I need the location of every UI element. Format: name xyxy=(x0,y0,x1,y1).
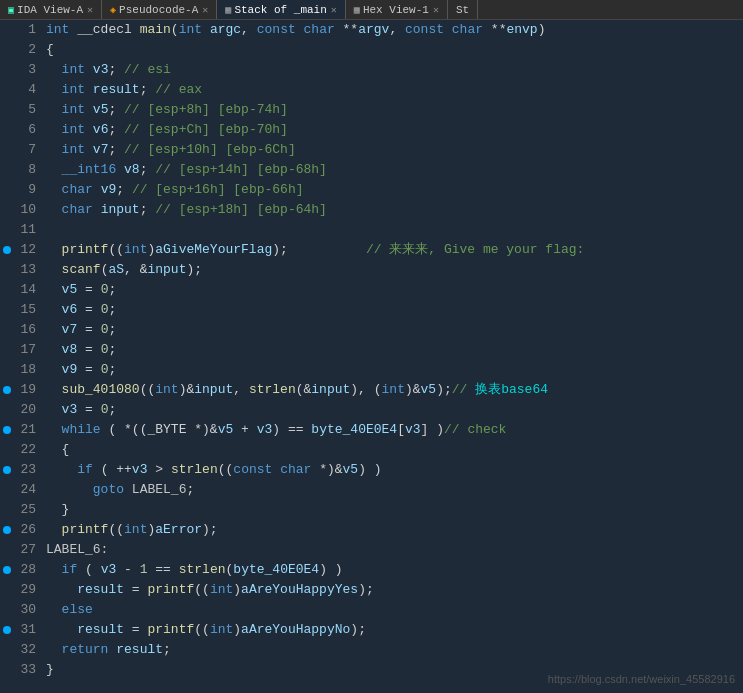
table-row: 1 int __cdecl main(int argc, const char … xyxy=(0,20,743,40)
line-num-5: 5 xyxy=(14,100,42,120)
tab-pseudo-label: Pseudocode-A xyxy=(119,4,198,16)
line-code-1: int __cdecl main(int argc, const char **… xyxy=(42,20,743,40)
tab-ida-view[interactable]: ▣ IDA View-A ✕ xyxy=(0,0,102,20)
line-num-25: 25 xyxy=(14,500,42,520)
table-row: 3 int v3; // esi xyxy=(0,60,743,80)
line-num-23: 23 xyxy=(14,460,42,480)
line-dot-23 xyxy=(0,460,14,480)
line-code-26: printf((int)aError); xyxy=(42,520,743,540)
line-code-25: } xyxy=(42,500,743,520)
table-row: 20 v3 = 0; xyxy=(0,400,743,420)
table-row: 9 char v9; // [esp+16h] [ebp-66h] xyxy=(0,180,743,200)
line-num-22: 22 xyxy=(14,440,42,460)
table-row: 19 sub_401080((int)&input, strlen(&input… xyxy=(0,380,743,400)
tab-hex-label: Hex View-1 xyxy=(363,4,429,16)
table-row: 10 char input; // [esp+18h] [ebp-64h] xyxy=(0,200,743,220)
tab-hex-view[interactable]: ▦ Hex View-1 ✕ xyxy=(346,0,448,20)
tab-pseudocode[interactable]: ◈ Pseudocode-A ✕ xyxy=(102,0,217,20)
line-dot-6 xyxy=(0,120,14,140)
line-num-8: 8 xyxy=(14,160,42,180)
line-code-17: v8 = 0; xyxy=(42,340,743,360)
line-code-29: result = printf((int)aAreYouHappyYes); xyxy=(42,580,743,600)
line-num-32: 32 xyxy=(14,640,42,660)
line-dot-28 xyxy=(0,560,14,580)
table-row: 24 goto LABEL_6; xyxy=(0,480,743,500)
line-num-3: 3 xyxy=(14,60,42,80)
tab-pseudo-icon: ◈ xyxy=(110,4,116,16)
line-dot-16 xyxy=(0,320,14,340)
line-code-12: printf((int)aGiveMeYourFlag); // 来来来, Gi… xyxy=(42,240,743,260)
line-num-30: 30 xyxy=(14,600,42,620)
line-dot-9 xyxy=(0,180,14,200)
line-num-1: 1 xyxy=(14,20,42,40)
table-row: 12 printf((int)aGiveMeYourFlag); // 来来来,… xyxy=(0,240,743,260)
table-row: 2 { xyxy=(0,40,743,60)
tab-st-label: St xyxy=(456,4,469,16)
line-num-12: 12 xyxy=(14,240,42,260)
table-row: 15 v6 = 0; xyxy=(0,300,743,320)
line-num-4: 4 xyxy=(14,80,42,100)
line-num-14: 14 xyxy=(14,280,42,300)
line-num-20: 20 xyxy=(14,400,42,420)
line-code-6: int v6; // [esp+Ch] [ebp-70h] xyxy=(42,120,743,140)
table-row: 25 } xyxy=(0,500,743,520)
table-row: 7 int v7; // [esp+10h] [ebp-6Ch] xyxy=(0,140,743,160)
tab-hex-close[interactable]: ✕ xyxy=(433,4,439,16)
tab-stack-label: Stack of _main xyxy=(234,4,326,16)
line-num-17: 17 xyxy=(14,340,42,360)
line-num-29: 29 xyxy=(14,580,42,600)
table-row: 28 if ( v3 - 1 == strlen(byte_40E0E4) ) xyxy=(0,560,743,580)
line-dot-32 xyxy=(0,640,14,660)
line-code-3: int v3; // esi xyxy=(42,60,743,80)
tab-pseudo-close[interactable]: ✕ xyxy=(202,4,208,16)
line-code-21: while ( *((_BYTE *)&v5 + v3) == byte_40E… xyxy=(42,420,743,440)
line-code-5: int v5; // [esp+8h] [ebp-74h] xyxy=(42,100,743,120)
line-code-16: v7 = 0; xyxy=(42,320,743,340)
line-dot-13 xyxy=(0,260,14,280)
table-row: 32 return result; xyxy=(0,640,743,660)
tab-stack-icon: ▦ xyxy=(225,4,231,16)
table-row: 4 int result; // eax xyxy=(0,80,743,100)
line-code-11 xyxy=(42,220,743,240)
line-code-31: result = printf((int)aAreYouHappyNo); xyxy=(42,620,743,640)
line-num-15: 15 xyxy=(14,300,42,320)
line-num-9: 9 xyxy=(14,180,42,200)
line-code-32: return result; xyxy=(42,640,743,660)
watermark: https://blog.csdn.net/weixin_45582916 xyxy=(548,673,735,685)
line-dot-17 xyxy=(0,340,14,360)
line-num-6: 6 xyxy=(14,120,42,140)
line-num-33: 33 xyxy=(14,660,42,680)
table-row: 11 xyxy=(0,220,743,240)
line-code-7: int v7; // [esp+10h] [ebp-6Ch] xyxy=(42,140,743,160)
tab-stack-close[interactable]: ✕ xyxy=(331,4,337,16)
tab-st[interactable]: St xyxy=(448,0,478,20)
line-num-31: 31 xyxy=(14,620,42,640)
line-dot-15 xyxy=(0,300,14,320)
line-dot-2 xyxy=(0,40,14,60)
table-row: 31 result = printf((int)aAreYouHappyNo); xyxy=(0,620,743,640)
line-code-22: { xyxy=(42,440,743,460)
line-code-4: int result; // eax xyxy=(42,80,743,100)
line-dot-8 xyxy=(0,160,14,180)
line-dot-30 xyxy=(0,600,14,620)
line-num-26: 26 xyxy=(14,520,42,540)
table-row: 14 v5 = 0; xyxy=(0,280,743,300)
code-area: 1 int __cdecl main(int argc, const char … xyxy=(0,20,743,693)
line-dot-22 xyxy=(0,440,14,460)
line-dot-33 xyxy=(0,660,14,680)
line-num-24: 24 xyxy=(14,480,42,500)
line-dot-29 xyxy=(0,580,14,600)
line-num-19: 19 xyxy=(14,380,42,400)
line-dot-20 xyxy=(0,400,14,420)
line-dot-18 xyxy=(0,360,14,380)
line-num-16: 16 xyxy=(14,320,42,340)
line-dot-12 xyxy=(0,240,14,260)
line-num-11: 11 xyxy=(14,220,42,240)
line-code-27: LABEL_6: xyxy=(42,540,743,560)
tab-ida-close[interactable]: ✕ xyxy=(87,4,93,16)
line-code-23: if ( ++v3 > strlen((const char *)&v5) ) xyxy=(42,460,743,480)
line-dot-3 xyxy=(0,60,14,80)
tab-stack-main[interactable]: ▦ Stack of _main ✕ xyxy=(217,0,345,20)
line-dot-25 xyxy=(0,500,14,520)
line-dot-1 xyxy=(0,20,14,40)
